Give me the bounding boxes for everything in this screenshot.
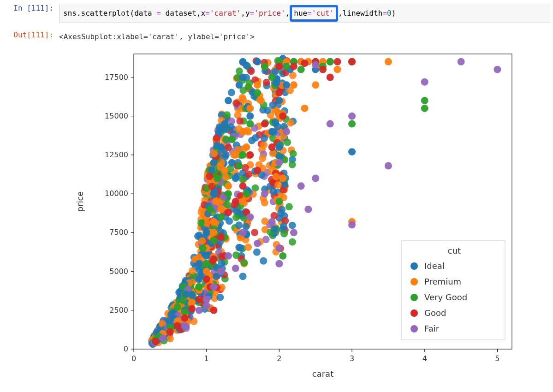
data-point	[246, 112, 254, 119]
data-point	[268, 128, 276, 135]
code-input[interactable]: sns.scatterplot(data = dataset,x='carat'…	[59, 4, 550, 23]
data-point	[275, 63, 283, 70]
data-point	[284, 138, 291, 146]
data-point	[421, 97, 428, 104]
data-point	[261, 120, 268, 127]
data-point	[261, 63, 268, 70]
data-point	[224, 201, 231, 208]
data-point	[301, 59, 309, 67]
data-point	[239, 58, 247, 65]
code-token: 0	[387, 9, 392, 18]
data-point	[166, 335, 174, 342]
data-point	[235, 221, 243, 229]
data-point	[206, 172, 213, 180]
data-point	[283, 128, 290, 135]
data-point	[280, 230, 288, 237]
data-point	[188, 291, 196, 298]
data-point	[239, 273, 247, 280]
code-token: ,	[285, 9, 290, 18]
data-point	[243, 143, 250, 151]
data-point	[287, 119, 294, 126]
data-point	[217, 143, 225, 151]
data-point	[227, 123, 235, 131]
legend-marker	[410, 309, 418, 317]
code-token: dataset,x	[161, 9, 205, 18]
data-point	[228, 159, 236, 166]
data-point	[189, 267, 196, 274]
in-prompt: In [111]:	[3, 4, 59, 12]
data-point	[327, 120, 334, 127]
data-point	[275, 198, 283, 205]
data-point	[290, 229, 297, 236]
y-tick-label: 12500	[105, 150, 128, 159]
data-point	[274, 123, 281, 130]
data-point	[268, 218, 276, 225]
data-point	[210, 159, 217, 166]
data-point	[232, 174, 239, 182]
data-point	[246, 213, 254, 220]
data-point	[217, 213, 225, 220]
data-point	[174, 322, 181, 329]
data-point	[275, 260, 283, 267]
data-point	[280, 222, 287, 230]
data-point	[223, 111, 231, 119]
data-point	[216, 199, 223, 207]
data-point	[268, 73, 276, 81]
data-point	[297, 182, 305, 190]
data-point	[283, 63, 290, 70]
data-point	[246, 120, 254, 127]
data-point	[221, 166, 228, 174]
data-point	[197, 219, 205, 226]
data-point	[232, 198, 239, 205]
legend-label: Good	[424, 308, 446, 318]
y-tick-label: 2500	[109, 305, 128, 314]
data-point	[421, 78, 428, 85]
data-point	[319, 65, 327, 73]
data-point	[239, 151, 247, 159]
data-point	[273, 79, 280, 87]
data-point	[244, 244, 252, 251]
data-point	[225, 208, 232, 216]
data-point	[290, 81, 297, 89]
data-point	[275, 244, 283, 252]
data-point	[225, 252, 232, 259]
legend-marker	[410, 294, 418, 301]
data-point	[271, 225, 278, 232]
data-point	[421, 104, 428, 112]
data-point	[334, 65, 341, 73]
y-axis-label: price	[75, 191, 85, 212]
x-tick-label: 1	[204, 354, 209, 363]
data-point	[174, 303, 181, 311]
data-point	[261, 217, 268, 225]
data-point	[217, 205, 225, 213]
code-cell[interactable]: In [111]: sns.scatterplot(data = dataset…	[0, 0, 553, 27]
y-tick-label: 10000	[105, 189, 128, 198]
data-point	[236, 81, 243, 89]
data-point	[279, 174, 286, 182]
data-point	[232, 214, 240, 221]
chart-output: 012345carat02500500075001000012500150001…	[55, 49, 553, 383]
legend-label: Ideal	[424, 261, 445, 271]
code-token: 'price'	[254, 9, 285, 18]
data-point	[254, 58, 261, 65]
data-point	[285, 203, 293, 210]
y-tick-label: 17500	[105, 72, 128, 81]
code-token: linewidth	[343, 9, 383, 18]
data-point	[216, 293, 224, 301]
legend-title: cut	[448, 246, 461, 255]
data-point	[261, 199, 268, 206]
data-point	[181, 314, 188, 321]
data-point	[254, 166, 261, 174]
data-point	[196, 306, 203, 314]
y-tick-label: 7500	[109, 228, 128, 237]
data-point	[290, 150, 297, 157]
code-token: 'cut'	[312, 9, 334, 18]
x-tick-label: 0	[131, 354, 136, 363]
out-prompt: Out[111]:	[3, 30, 59, 39]
data-point	[232, 251, 240, 259]
data-point	[283, 81, 290, 89]
data-point	[210, 229, 217, 236]
data-point	[236, 117, 244, 125]
x-axis-label: carat	[312, 369, 333, 379]
data-point	[239, 128, 247, 135]
